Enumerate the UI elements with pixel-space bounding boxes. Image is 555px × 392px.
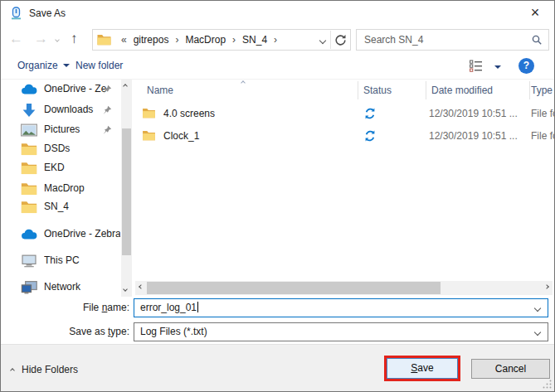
file-date-modified: 12/30/2019 10:51 ...: [429, 130, 527, 142]
breadcrumb-gitrepos[interactable]: gitrepos: [132, 34, 171, 46]
footer-bar: Hide Folders Save Cancel: [1, 344, 554, 391]
sync-status-icon: [364, 108, 376, 119]
column-header-name[interactable]: Name: [147, 80, 173, 101]
cancel-button[interactable]: Cancel: [471, 359, 550, 379]
breadcrumb-separator-icon[interactable]: ›: [269, 34, 282, 46]
file-name-label: File name:: [1, 302, 129, 313]
file-list-horizontal-scrollbar[interactable]: [135, 281, 553, 295]
sidebar-item-onedrive-zebra[interactable]: OneDrive - Zebra: [1, 226, 121, 243]
breadcrumb-separator-icon[interactable]: ›: [227, 34, 241, 46]
file-list-header: Name Status Date modified Type: [132, 80, 554, 101]
onedrive-cloud-icon: [21, 83, 37, 96]
file-row-40-screens[interactable]: 4.0 screens 12/30/2019 10:51 ... File fo…: [132, 103, 554, 125]
breadcrumb-sn4[interactable]: SN_4: [241, 34, 269, 46]
sidebar-scrollbar[interactable]: [121, 80, 132, 297]
refresh-icon[interactable]: [334, 34, 347, 46]
navigation-bar: ← → ↑ « gitrepos › MacDrop › SN_4 ›: [1, 26, 554, 53]
pin-icon: [102, 125, 112, 135]
breadcrumb-separator-icon[interactable]: ›: [170, 34, 183, 46]
search-input[interactable]: [357, 30, 548, 50]
column-divider[interactable]: [426, 81, 426, 99]
view-dropdown-icon[interactable]: [494, 53, 501, 79]
pin-icon: [102, 105, 112, 115]
app-icon: [10, 7, 22, 20]
view-options-icon[interactable]: [470, 60, 483, 72]
text-caret: [197, 302, 198, 312]
up-icon[interactable]: ↑: [71, 28, 78, 50]
hide-folders-label: Hide Folders: [22, 364, 78, 375]
scroll-up-icon[interactable]: [123, 84, 128, 89]
save-as-type-select[interactable]: Log Files (*.txt): [134, 322, 548, 341]
column-header-type[interactable]: Type: [531, 80, 553, 101]
navigation-pane: OneDrive - Ze Downloads: [1, 80, 121, 297]
chevron-up-icon: [10, 368, 15, 373]
save-as-type-dropdown-icon[interactable]: [534, 329, 541, 336]
column-divider[interactable]: [358, 81, 358, 99]
folder-icon: [21, 182, 37, 196]
save-button[interactable]: Save: [387, 358, 458, 379]
save-as-type-label: Save as type:: [1, 326, 129, 337]
close-button[interactable]: ×: [516, 1, 554, 26]
scroll-down-icon[interactable]: [123, 287, 128, 292]
file-type: File folder: [531, 130, 554, 142]
breadcrumb-prefix[interactable]: «: [116, 34, 132, 46]
address-divider: [330, 31, 331, 49]
sidebar-item-sn4[interactable]: SN_4: [1, 199, 121, 215]
main-area: OneDrive - Ze Downloads: [1, 80, 554, 297]
file-list: Name Status Date modified Type 4.0 scree…: [132, 80, 554, 297]
search-box: [356, 29, 549, 51]
organize-button[interactable]: Organize: [17, 53, 70, 79]
command-toolbar: Organize New folder ?: [1, 53, 554, 80]
forward-icon[interactable]: →: [34, 28, 48, 50]
sidebar-item-downloads[interactable]: Downloads: [1, 102, 121, 119]
scroll-right-icon[interactable]: [544, 284, 549, 289]
folder-icon: [142, 108, 156, 119]
download-arrow-icon: [21, 104, 37, 117]
save-as-type-value: Log Files (*.txt): [140, 326, 207, 337]
sidebar-item-network[interactable]: Network: [1, 279, 121, 296]
sidebar-item-label: Pictures: [44, 123, 107, 135]
breadcrumb-macdrop[interactable]: MacDrop: [183, 34, 227, 46]
sync-status-icon: [364, 130, 376, 142]
help-button[interactable]: ?: [518, 58, 534, 74]
file-name-input[interactable]: error_log_01: [134, 298, 548, 317]
scroll-left-icon[interactable]: [139, 284, 144, 289]
sidebar-item-label: This PC: [44, 254, 107, 266]
file-name: 4.0 screens: [163, 108, 215, 119]
hide-folders-button[interactable]: Hide Folders: [11, 361, 78, 378]
save-as-dialog: Save As × ← → ↑ « gitrepos › MacDrop › S…: [0, 0, 555, 392]
address-bar[interactable]: « gitrepos › MacDrop › SN_4 ›: [92, 29, 351, 51]
resize-grip[interactable]: [542, 379, 553, 390]
sidebar-item-ekd[interactable]: EKD: [1, 160, 121, 177]
sidebar-item-label: OneDrive - Zebra: [44, 228, 120, 240]
horizontal-scrollbar-thumb[interactable]: [147, 282, 441, 294]
sidebar-item-pictures[interactable]: Pictures: [1, 122, 121, 138]
sidebar-item-macdrop[interactable]: MacDrop: [1, 181, 121, 197]
search-icon[interactable]: [532, 35, 543, 46]
history-chevron-icon[interactable]: [55, 37, 60, 42]
file-row-clock-1[interactable]: Clock_1 12/30/2019 10:51 ... File folder: [132, 125, 554, 148]
back-icon[interactable]: ←: [9, 28, 23, 50]
file-name-dropdown-icon[interactable]: [534, 305, 541, 312]
sort-ascending-icon: [241, 80, 246, 85]
address-dropdown-icon[interactable]: [319, 37, 326, 44]
picture-icon: [21, 123, 37, 137]
column-header-date-modified[interactable]: Date modified: [431, 80, 493, 101]
sidebar-item-label: Downloads: [44, 104, 107, 115]
onedrive-cloud-icon: [21, 228, 37, 241]
folder-icon: [21, 162, 37, 175]
sidebar-item-label: EKD: [44, 162, 107, 173]
sidebar-item-onedrive-ze[interactable]: OneDrive - Ze: [1, 81, 121, 98]
column-divider[interactable]: [529, 81, 530, 99]
folder-icon: [97, 34, 111, 46]
sidebar-item-this-pc[interactable]: This PC: [1, 253, 121, 269]
column-header-status[interactable]: Status: [363, 80, 392, 101]
sidebar-scrollbar-thumb[interactable]: [122, 128, 131, 255]
annotation-highlight-box: Save: [384, 356, 460, 381]
file-name-value: error_log_01: [140, 302, 197, 313]
file-type: File folder: [531, 108, 554, 119]
new-folder-button[interactable]: New folder: [75, 53, 123, 79]
sidebar-item-dsds[interactable]: DSDs: [1, 141, 121, 157]
pin-icon: [102, 85, 112, 94]
folder-icon: [21, 143, 37, 156]
